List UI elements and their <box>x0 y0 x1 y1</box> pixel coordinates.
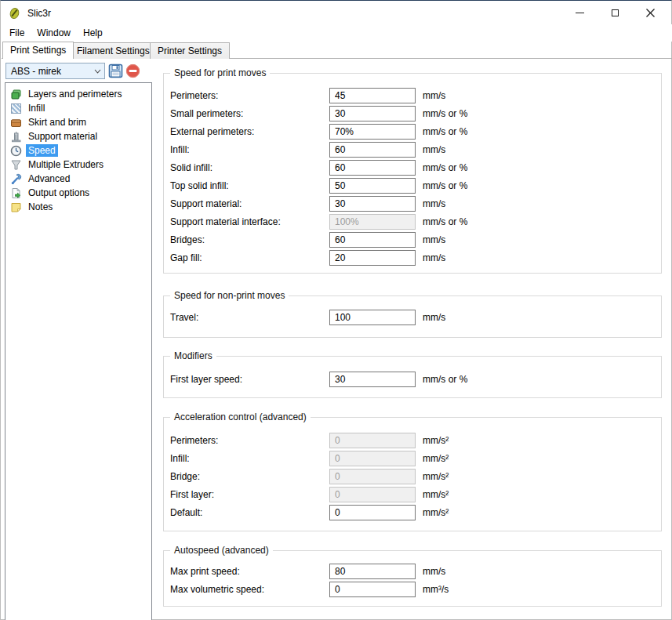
support-material-interface-speed-input <box>329 214 416 230</box>
setting-row-support-material: Support material: mm/s <box>170 194 661 212</box>
floppy-save-icon <box>108 63 123 78</box>
setting-row-max-volumetric-speed: Max volumetric speed: mm³/s <box>170 580 661 598</box>
perimeters-acceleration-input <box>329 433 416 448</box>
skirt-box-icon <box>9 116 22 129</box>
setting-label: Infill: <box>170 453 329 464</box>
tree-item-skirt-and-brim[interactable]: Skirt and brim <box>5 115 151 129</box>
slic3r-logo-icon <box>8 6 21 20</box>
setting-row-accel-infill: Infill: mm/s² <box>170 449 661 467</box>
bridges-speed-input[interactable] <box>329 232 416 248</box>
unit-label: mm/s <box>423 566 445 577</box>
tree-item-label: Infill <box>26 102 47 114</box>
setting-row-solid-infill: Solid infill: mm/s or % <box>170 158 661 176</box>
setting-label: First layer: <box>170 489 329 500</box>
tree-item-label: Support material <box>26 130 100 143</box>
tree-item-output-options[interactable]: Output options <box>5 186 151 200</box>
chevron-down-icon <box>94 68 101 74</box>
note-icon <box>9 201 22 213</box>
setting-row-small-perimeters: Small perimeters: mm/s or % <box>170 104 661 122</box>
unit-label: mm/s <box>423 144 445 155</box>
section-speed-for-print-moves: Speed for print moves Perimeters: mm/s S… <box>163 73 662 274</box>
tree-item-label: Output options <box>26 187 92 199</box>
section-title: Acceleration control (advanced) <box>170 412 311 422</box>
setting-row-max-print-speed: Max print speed: mm/s <box>170 562 661 580</box>
bridge-acceleration-input <box>329 469 416 484</box>
minimize-button[interactable] <box>562 2 598 24</box>
setting-label: Travel: <box>170 312 329 323</box>
tree-item-label: Advanced <box>26 172 72 185</box>
infill-acceleration-input <box>329 451 416 466</box>
setting-label: Max print speed: <box>170 566 329 577</box>
tree-item-advanced[interactable]: Advanced <box>5 172 151 186</box>
infill-speed-input[interactable] <box>329 142 416 158</box>
tree-item-infill[interactable]: Infill <box>5 101 151 115</box>
tab-printer-settings[interactable]: Printer Settings <box>150 42 230 59</box>
setting-row-accel-first-layer: First layer: mm/s² <box>170 485 661 503</box>
section-modifiers: Modifiers First layer speed: mm/s or % <box>163 356 662 398</box>
delete-minus-icon <box>125 63 140 78</box>
tree-item-layers-and-perimeters[interactable]: Layers and perimeters <box>5 87 151 101</box>
unit-label: mm/s <box>423 252 445 263</box>
tree-item-label: Multiple Extruders <box>26 158 106 171</box>
first-layer-speed-input[interactable] <box>329 372 416 387</box>
setting-label: Gap fill: <box>170 252 329 263</box>
tab-print-settings[interactable]: Print Settings <box>2 42 74 59</box>
maximize-button[interactable] <box>598 2 633 24</box>
tree-item-support-material[interactable]: Support material <box>5 129 151 143</box>
solid-infill-speed-input[interactable] <box>329 160 416 176</box>
menu-help[interactable]: Help <box>77 25 109 41</box>
unit-label: mm/s <box>423 198 445 209</box>
setting-row-infill: Infill: mm/s <box>170 140 661 158</box>
setting-label: Infill: <box>170 144 329 155</box>
gap-fill-speed-input[interactable] <box>329 250 416 266</box>
tree-item-speed[interactable]: Speed <box>5 143 151 158</box>
setting-row-accel-default: Default: mm/s² <box>170 503 661 521</box>
tree-item-multiple-extruders[interactable]: Multiple Extruders <box>5 158 151 172</box>
preset-select[interactable]: ABS - mirek <box>5 63 105 79</box>
minimize-icon <box>576 13 584 13</box>
unit-label: mm/s or % <box>423 162 467 173</box>
titlebar: Slic3r <box>1 2 671 24</box>
section-speed-for-non-print-moves: Speed for non-print moves Travel: mm/s <box>163 295 662 338</box>
settings-tree: Layers and perimeters Infill Skirt and b… <box>5 82 152 620</box>
setting-label: Support material: <box>170 198 329 209</box>
unit-label: mm/s <box>423 234 445 245</box>
external-perimeters-speed-input[interactable] <box>329 124 416 140</box>
unit-label: mm/s <box>423 90 445 101</box>
perimeters-speed-input[interactable] <box>329 88 416 103</box>
setting-row-travel: Travel: mm/s <box>170 308 661 326</box>
menubar: File Window Help <box>2 24 672 42</box>
tree-item-notes[interactable]: Notes <box>5 200 151 214</box>
support-material-speed-input[interactable] <box>329 196 416 212</box>
setting-label: Top solid infill: <box>170 180 329 191</box>
setting-label: Perimeters: <box>170 90 329 101</box>
max-print-speed-input[interactable] <box>329 564 416 579</box>
menu-file[interactable]: File <box>3 25 31 41</box>
top-solid-infill-speed-input[interactable] <box>329 178 416 194</box>
unit-label: mm/s² <box>423 435 449 446</box>
setting-label: Default: <box>170 507 329 518</box>
unit-label: mm/s² <box>423 489 449 500</box>
small-perimeters-speed-input[interactable] <box>329 106 416 121</box>
unit-label: mm³/s <box>423 584 449 595</box>
tree-item-label: Notes <box>26 201 55 213</box>
close-icon <box>646 9 655 17</box>
tab-filament-settings[interactable]: Filament Settings <box>69 42 158 59</box>
clock-icon <box>9 144 22 157</box>
setting-label: Small perimeters: <box>170 108 329 119</box>
setting-row-accel-perimeters: Perimeters: mm/s² <box>170 431 661 449</box>
setting-label: Perimeters: <box>170 435 329 446</box>
default-acceleration-input[interactable] <box>329 505 416 520</box>
setting-row-gap-fill: Gap fill: mm/s <box>170 248 661 266</box>
travel-speed-input[interactable] <box>329 310 416 325</box>
section-title: Modifiers <box>170 350 216 361</box>
tab-bar: Print Settings Filament Settings Printer… <box>2 42 672 59</box>
close-button[interactable] <box>633 2 668 24</box>
menu-window[interactable]: Window <box>31 25 77 41</box>
unit-label: mm/s or % <box>423 126 467 137</box>
save-preset-button[interactable] <box>107 63 124 79</box>
tree-item-label: Layers and perimeters <box>26 88 124 100</box>
page-arrow-icon <box>9 187 22 199</box>
delete-preset-button[interactable] <box>125 63 141 79</box>
max-volumetric-speed-input[interactable] <box>329 582 416 597</box>
